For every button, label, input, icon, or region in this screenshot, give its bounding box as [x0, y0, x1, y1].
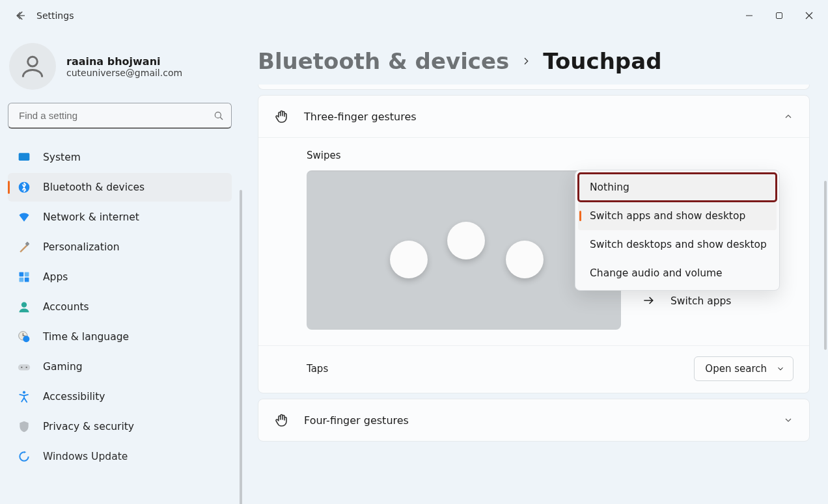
nav-accessibility[interactable]: Accessibility [8, 382, 232, 411]
back-button[interactable] [9, 4, 33, 27]
finger-dot [506, 241, 544, 278]
nav-label: Windows Update [43, 451, 128, 462]
finger-dot [447, 222, 485, 259]
four-finger-panel: Four-finger gestures [258, 399, 810, 442]
gesture-label: Switch apps [670, 295, 731, 307]
breadcrumb-parent[interactable]: Bluetooth & devices [258, 48, 509, 74]
close-button[interactable] [794, 5, 824, 27]
svg-point-11 [21, 302, 27, 308]
nav-label: Privacy & security [43, 421, 134, 432]
nav: System Bluetooth & devices Network & int… [8, 143, 232, 471]
three-finger-title: Three-finger gestures [304, 111, 417, 123]
wifi-icon [17, 210, 31, 224]
nav-accounts[interactable]: Accounts [8, 293, 232, 321]
nav-label: Gaming [43, 361, 83, 373]
chevron-up-icon [783, 111, 794, 122]
svg-rect-0 [777, 13, 782, 19]
svg-rect-10 [25, 278, 29, 282]
svg-point-1 [28, 57, 38, 66]
panel-remnant [258, 85, 810, 90]
taps-label: Taps [307, 363, 328, 375]
search-icon [213, 110, 225, 122]
nav-label: Network & internet [43, 211, 139, 223]
sidebar: raaina bhojwani cuteuniverse@gmail.com S… [0, 31, 242, 504]
three-finger-header[interactable]: Three-finger gestures [258, 96, 809, 137]
apps-icon [17, 270, 31, 284]
bluetooth-icon [17, 180, 31, 194]
four-finger-header[interactable]: Four-finger gestures [258, 399, 809, 441]
nav-label: Accessibility [43, 391, 105, 403]
window-controls [734, 5, 824, 27]
nav-system[interactable]: System [8, 143, 232, 172]
shield-icon [17, 419, 31, 434]
option-label: Switch desktops and show desktop [590, 239, 767, 250]
taps-dropdown-value: Open search [705, 363, 767, 375]
update-icon [17, 449, 31, 464]
svg-rect-8 [25, 272, 29, 277]
swipes-option-nothing[interactable]: Nothing [578, 173, 777, 202]
content-scrollbar[interactable] [824, 181, 827, 350]
hand-icon [274, 412, 290, 428]
hand-icon [274, 109, 290, 124]
profile-email: cuteuniverse@gmail.com [66, 68, 182, 78]
nav-personalization[interactable]: Personalization [8, 233, 232, 261]
svg-rect-14 [18, 364, 30, 370]
nav-bluetooth-devices[interactable]: Bluetooth & devices [8, 173, 232, 202]
profile[interactable]: raaina bhojwani cuteuniverse@gmail.com [8, 31, 232, 103]
nav-apps[interactable]: Apps [8, 263, 232, 291]
svg-point-15 [21, 367, 22, 368]
content: Bluetooth & devices Touchpad Three-finge… [242, 31, 828, 504]
taps-row: Taps Open search [258, 345, 809, 393]
nav-gaming[interactable]: Gaming [8, 352, 232, 381]
search-input[interactable] [18, 109, 213, 122]
svg-point-16 [26, 367, 27, 368]
gesture-right: Switch apps [642, 294, 794, 308]
option-label: Change audio and volume [590, 267, 723, 279]
option-label: Switch apps and show desktop [590, 210, 745, 222]
titlebar: Settings [0, 0, 828, 31]
swipes-dropdown-popup: Nothing Switch apps and show desktop Swi… [575, 170, 780, 291]
swipes-option-switch-desktops[interactable]: Switch desktops and show desktop [578, 230, 777, 259]
nav-label: Personalization [43, 241, 120, 253]
svg-rect-9 [20, 278, 24, 282]
search-box[interactable] [8, 103, 232, 129]
arrow-right-icon [642, 294, 656, 308]
option-label: Nothing [590, 181, 629, 193]
chevron-down-icon [776, 364, 785, 373]
gamepad-icon [17, 360, 31, 374]
breadcrumb-current: Touchpad [543, 48, 661, 74]
nav-label: Apps [43, 271, 68, 283]
nav-label: Time & language [43, 331, 129, 343]
nav-label: Bluetooth & devices [43, 181, 145, 193]
svg-point-17 [23, 391, 25, 393]
accessibility-icon [17, 390, 31, 404]
maximize-button[interactable] [764, 5, 794, 27]
svg-point-13 [23, 336, 29, 342]
person-icon [17, 300, 31, 314]
finger-dot [390, 241, 428, 278]
swipes-option-audio[interactable]: Change audio and volume [578, 259, 777, 287]
svg-rect-7 [20, 272, 24, 277]
svg-rect-3 [19, 153, 30, 161]
three-finger-panel: Three-finger gestures Swipes [258, 95, 810, 393]
window-title: Settings [36, 10, 74, 21]
taps-dropdown[interactable]: Open search [694, 356, 794, 381]
nav-network[interactable]: Network & internet [8, 203, 232, 232]
minimize-button[interactable] [734, 5, 764, 27]
nav-label: System [43, 152, 81, 163]
nav-label: Accounts [43, 301, 89, 313]
swipes-option-switch-apps[interactable]: Switch apps and show desktop [578, 202, 777, 230]
swipes-label: Swipes [274, 150, 794, 161]
paintbrush-icon [17, 240, 31, 254]
nav-windows-update[interactable]: Windows Update [8, 442, 232, 471]
chevron-right-icon [521, 56, 531, 66]
chevron-down-icon [783, 415, 794, 425]
display-icon [17, 150, 31, 165]
gesture-preview [307, 170, 621, 330]
four-finger-title: Four-finger gestures [304, 414, 409, 427]
nav-time-language[interactable]: Time & language [8, 323, 232, 351]
clock-globe-icon [17, 330, 31, 344]
nav-privacy[interactable]: Privacy & security [8, 412, 232, 441]
profile-name: raaina bhojwani [66, 55, 182, 68]
svg-point-2 [215, 112, 221, 118]
